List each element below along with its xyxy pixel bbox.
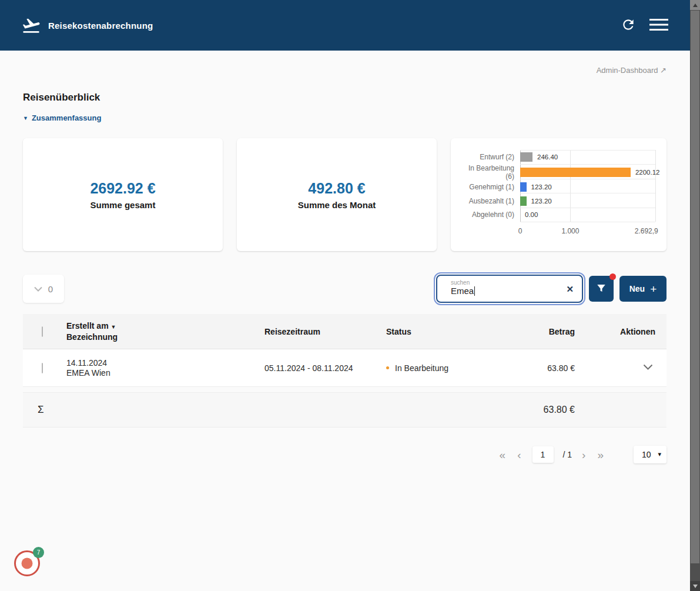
- refresh-button[interactable]: [618, 15, 638, 35]
- arrow-up-icon: [693, 4, 698, 7]
- chart-x-tick: 0: [518, 227, 523, 235]
- selected-count: 0: [48, 284, 53, 294]
- chart-value-label: 123.20: [531, 198, 552, 205]
- first-page-button[interactable]: «: [498, 449, 508, 460]
- summary-collapse-toggle[interactable]: ▼ Zusammenfassung: [23, 113, 101, 122]
- chart-category-label: Genehmigt (1): [459, 183, 514, 191]
- admin-dashboard-link[interactable]: Admin-Dashboard ↗: [597, 66, 666, 75]
- fab-badge: 7: [33, 547, 44, 558]
- chart-row: Ausbezahlt (1)123.20: [459, 194, 655, 208]
- chart-category-label: Abgelehnt (0): [459, 211, 514, 219]
- refresh-icon: [621, 17, 636, 34]
- chart-row: In Bearbeitung (6)2200.12: [459, 164, 655, 181]
- chart-row: Entwurf (2)246.40: [459, 150, 655, 164]
- chart-x-tick: 1.000: [561, 227, 579, 235]
- search-input[interactable]: suchen Emea ✕: [436, 275, 583, 303]
- chart-bar: [520, 168, 631, 177]
- table-row: 14.11.2024 EMEA Wien 05.11.2024 - 08.11.…: [23, 349, 666, 387]
- total-sum-label: Summe gesamt: [91, 200, 156, 210]
- total-sum-card: 2692.92 € Summe gesamt: [23, 138, 223, 251]
- main-content: Admin-Dashboard ↗ Reisenüberblick ▼ Zusa…: [0, 65, 700, 463]
- filter-button[interactable]: [589, 276, 614, 302]
- new-entry-button[interactable]: Neu +: [619, 276, 666, 302]
- header-amount: Betrag: [511, 327, 575, 336]
- app-title: Reisekostenabrechnung: [48, 21, 153, 31]
- header-period: Reisezeitraum: [264, 327, 386, 336]
- month-sum-card: 492.80 € Summe des Monat: [237, 138, 437, 251]
- app-brand: Reisekostenabrechnung: [21, 15, 153, 35]
- last-page-button[interactable]: »: [595, 449, 605, 460]
- selected-count-dropdown[interactable]: 0: [23, 275, 64, 303]
- scrollbar-thumb[interactable]: [691, 11, 699, 563]
- page-title: Reisenüberblick: [23, 92, 666, 103]
- header-created[interactable]: Erstellt am▼: [66, 321, 264, 332]
- select-all-checkbox[interactable]: [42, 326, 43, 337]
- arrow-down-icon: [693, 585, 698, 588]
- sort-desc-icon: ▼: [111, 324, 116, 330]
- chart-category-label: Ausbezahlt (1): [459, 197, 514, 205]
- row-created: 14.11.2024: [66, 358, 264, 368]
- row-status: In Bearbeitung: [395, 363, 448, 373]
- chart-category-label: In Bearbeitung (6): [459, 164, 514, 181]
- clear-search-button[interactable]: ✕: [566, 284, 574, 295]
- header-actions: Aktionen: [575, 327, 666, 336]
- search-value: Emea: [451, 286, 474, 296]
- chevron-down-icon: [34, 283, 42, 294]
- month-sum-label: Summe des Monat: [298, 200, 376, 210]
- header-status: Status: [386, 327, 511, 336]
- pagination: « ‹ / 1 › » 10 ▾: [23, 446, 666, 463]
- row-amount: 63.80 €: [511, 363, 575, 373]
- table-sum-row: Σ 63.80 €: [23, 392, 666, 428]
- chart-x-tick: 2.692,9: [635, 227, 658, 235]
- page-size-select[interactable]: 10: [634, 446, 666, 463]
- row-name: EMEA Wien: [66, 368, 264, 378]
- page-number-input[interactable]: [532, 446, 554, 463]
- row-period: 05.11.2024 - 08.11.2024: [264, 363, 386, 373]
- total-sum-value: 2692.92 €: [90, 180, 155, 197]
- table-header-row: Erstellt am▼ Bezeichnung Reisezeitraum S…: [23, 314, 666, 349]
- trips-table: Erstellt am▼ Bezeichnung Reisezeitraum S…: [23, 314, 666, 428]
- chart-category-label: Entwurf (2): [459, 153, 514, 161]
- external-link-icon: ↗: [660, 66, 666, 75]
- hamburger-icon: [649, 17, 669, 34]
- chart-row: Abgelehnt (0)0.00: [459, 208, 655, 222]
- status-chart-card: Entwurf (2)246.40In Bearbeitung (6)2200.…: [451, 138, 666, 251]
- search-label: suchen: [451, 279, 558, 286]
- chart-value-label: 2200.12: [635, 169, 660, 176]
- row-checkbox[interactable]: [42, 363, 43, 373]
- row-expand-button[interactable]: [641, 361, 655, 375]
- fab-target-icon: [22, 558, 33, 569]
- hamburger-menu-button[interactable]: [649, 15, 669, 35]
- collapse-triangle-icon: ▼: [23, 115, 28, 121]
- chart-value-label: 123.20: [531, 183, 552, 191]
- next-page-button[interactable]: ›: [580, 449, 587, 460]
- prev-page-button[interactable]: ‹: [515, 449, 523, 460]
- chart-bar: [520, 196, 527, 206]
- scroll-down-button[interactable]: [690, 581, 700, 591]
- sigma-icon: Σ: [38, 404, 44, 415]
- flight-takeoff-icon: [21, 15, 41, 35]
- text-caret: [474, 286, 475, 296]
- chart-x-axis: 01.0002.692,9: [520, 227, 655, 242]
- chevron-down-icon: [643, 363, 653, 372]
- chart-value-label: 0.00: [525, 211, 538, 218]
- filter-funnel-icon: [596, 283, 607, 295]
- chart-row: Genehmigt (1)123.20: [459, 181, 655, 195]
- month-sum-value: 492.80 €: [308, 180, 365, 197]
- filter-active-dot: [609, 273, 616, 280]
- list-toolbar: 0 suchen Emea ✕ Neu +: [23, 274, 666, 303]
- chart-bar: [520, 182, 527, 192]
- status-dot: [386, 366, 389, 369]
- plus-icon: +: [650, 283, 657, 295]
- top-navbar: Reisekostenabrechnung: [0, 0, 700, 51]
- feedback-fab-button[interactable]: 7: [14, 550, 40, 576]
- close-icon: ✕: [566, 284, 574, 294]
- status-bar-chart: Entwurf (2)246.40In Bearbeitung (6)2200.…: [459, 150, 655, 242]
- vertical-scrollbar: [690, 0, 700, 591]
- header-name[interactable]: Bezeichnung: [66, 332, 264, 342]
- scroll-up-button[interactable]: [690, 0, 700, 10]
- page-count-label: / 1: [563, 450, 572, 459]
- sum-amount: 63.80 €: [511, 405, 575, 415]
- summary-cards: 2692.92 € Summe gesamt 492.80 € Summe de…: [23, 138, 666, 251]
- chart-bar: [520, 152, 532, 162]
